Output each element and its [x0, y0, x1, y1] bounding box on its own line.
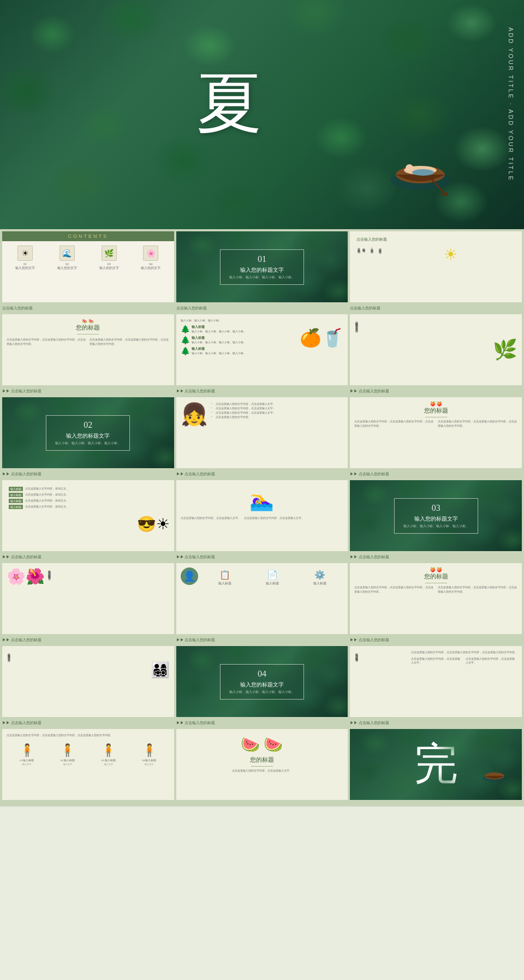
vert-text-1: 标准化管理体系此处添加: [356, 246, 366, 264]
your-title-4: 您的标题: [181, 756, 344, 764]
bullet-2: 点击这里输入您的文字内容，点击这里输入文字。: [211, 406, 344, 410]
input-text-3: 输入小标、输入小标、输入小标、输入小标。: [192, 351, 246, 356]
fruit-deco-2: 🍑 🍑: [354, 402, 517, 407]
section04-number: 04: [229, 669, 295, 679]
svg-point-6: [442, 193, 448, 196]
person-2: 🧍: [60, 743, 75, 757]
contents-header: CONTENTS: [2, 231, 174, 241]
contents-label-1: 01输入您的文字: [15, 262, 35, 271]
label-12: ▶▶ 点击输入您的标题: [350, 553, 522, 561]
person-1: 🧍: [20, 743, 34, 757]
vert-text-6: 此处标准化管理体系输入文字: [7, 650, 11, 689]
label-1: 点击输入您的标题: [2, 304, 174, 312]
contents-icon-3: 🌿: [102, 246, 117, 261]
tag-row-1: 输入标题 点击这里输入文字内容，添加正文。: [9, 487, 168, 491]
bullet-4: 点击这里输入您的文字内容。: [211, 415, 344, 419]
vert-text-4: 此处标准化管理体系输入文字正文内容: [354, 319, 359, 362]
fruit-deco-3: 🍑 🍑: [354, 567, 517, 572]
person-sub-3: 输入文字: [104, 763, 113, 766]
row-labels-2: ▶▶ 点击输入您的标题 ▶▶ 点击输入您的标题 ▶▶ 点击输入您的标题: [0, 387, 524, 395]
row-labels-6: ▶▶ 点击输入您的标题 ▶▶ 点击输入您的标题 ▶▶ 点击输入您的标题: [0, 719, 524, 727]
person-col-4: 🧍 04.输入标题 输入文字: [142, 743, 157, 766]
tag-row-2: 输入标题 点击这里输入文字内容，添加正文。: [9, 493, 168, 497]
icon-item-1: 📋 输入标题: [218, 570, 231, 586]
label-5: ▶▶ 点击输入您的标题: [176, 387, 348, 395]
contents-icon-4: 🌸: [143, 246, 158, 261]
label-6: ▶▶ 点击输入您的标题: [350, 387, 522, 395]
section04-slide: 04 输入您的标题文字 输入小标、输入小标、输入小标、输入小标。: [176, 646, 348, 717]
vert-bullet-slide: 此处添加正文内容标准化管理 点击这里输入您的文字内容，点击这里输入您的文字内容，…: [350, 646, 522, 717]
slides-row-4: 输入标题 点击这里输入文字内容，添加正文。 输入标题 点击这里输入文字内容，添加…: [0, 478, 524, 553]
vert-text-slide-2: 此处标准化管理体系输入文字正文内容 🌿: [350, 314, 522, 385]
watermelon-deco-2: 🍉 🍉: [181, 736, 344, 754]
slides-row-3: 02 输入您的标题文字 输入小标、输入小标、输入小标、输入小标。 👧 点击这里输…: [0, 395, 524, 470]
person-4: 🧍: [142, 743, 157, 757]
contents-label-2: 02输入您的文字: [57, 262, 77, 271]
bullet-3: 点击这里输入您的文字内容，点击这里输入文字。: [211, 410, 344, 415]
tag-text-1: 点击这里输入文字内容，添加正文。: [25, 487, 69, 491]
bullet-fruit-inner: 输入小标、输入小标、输入小标。 🌲 输入标题 输入小标、输入小标、输入小标、输入…: [181, 319, 344, 357]
icon-label-1: 输入标题: [218, 581, 231, 586]
contents-item-4: 🌸 04输入您的文字: [141, 246, 160, 271]
section03-number: 03: [403, 503, 469, 513]
label-16: ▶▶ 点击输入您的标题: [2, 719, 174, 727]
tree-icon-1: 🌲: [181, 325, 190, 334]
sun-illustration: ☀: [444, 246, 457, 264]
section01-slide: 01 输入您的标题文字 输入小标、输入小标、输入小标、输入小标。: [176, 231, 348, 302]
your-title-2: 您的标题: [354, 407, 517, 415]
two-col-vert: 点击这里输入您的文字内容，点击这里输入文字。 点击这里输入您的文字内容，点击这里…: [411, 657, 517, 665]
swim-text-cols: 点击这里输入您的文字内容，点击这里输入文字。 点击这里输入您的文字内容，点击这里…: [181, 516, 344, 521]
slides-row-1: CONTENTS ☀ 01输入您的文字 🌊 02输入您的文字 🌿 03输入您的文…: [0, 229, 524, 304]
row-labels-5: ▶▶ 点击输入您的标题 ▶▶ 点击输入您的标题 ▶▶ 点击输入您的标题: [0, 636, 524, 644]
two-col-text-2: 点击这里输入您的文字内容，点击这里输入您的文字内容，点击这里输入您的文字内容。 …: [354, 420, 517, 428]
section02-sub: 输入小标、输入小标、输入小标、输入小标。: [55, 441, 121, 446]
person-col-3: 🧍 03.输入标题 输入文字: [101, 743, 116, 766]
girl-swim-icon: 🏊‍♀️: [181, 489, 344, 512]
grid-icon-1: 📋: [219, 570, 230, 580]
vert-bullet-text: 点击这里输入您的文字内容，点击这里输入您的文字内容，点击这里输入您的文字内容。: [411, 650, 517, 655]
tag-1: 输入标题: [9, 487, 23, 491]
top-text: 输入小标、输入小标、输入小标。: [181, 319, 297, 323]
cute-girl-slide: 🏊‍♀️ 点击这里输入您的文字内容，点击这里输入文字。 点击这里输入您的文字内容…: [176, 480, 348, 551]
tag-4: 输入标题: [9, 505, 23, 509]
tag-3: 输入标题: [9, 499, 23, 503]
contents-item-1: ☀ 01输入您的文字: [15, 246, 35, 271]
grid-icon-3: ⚙️: [314, 570, 325, 580]
row-labels-3: ▶▶ 点击输入您的标题 ▶▶ 点击输入您的标题 ▶▶ 点击输入您的标题: [0, 470, 524, 478]
tree-icon-2: 🌲: [181, 336, 190, 345]
person-circle: 👤: [181, 567, 198, 585]
contents-items: ☀ 01输入您的文字 🌊 02输入您的文字 🌿 03输入您的文字 🌸 04输入您…: [2, 241, 174, 275]
section04-sub: 输入小标、输入小标、输入小标、输入小标。: [229, 690, 295, 695]
tag-row-3: 输入标题 点击这里输入文字内容，添加正文。: [9, 499, 168, 503]
hero-side-text: ADD YOUR TITLE · ADD YOUR TITLE: [508, 27, 514, 182]
hero-slide: 夏 ADD YOUR TITLE · ADD YOUR TITLE: [0, 0, 524, 229]
person-label-2: 02.输入标题: [61, 758, 75, 762]
your-title-slide-3: 🍑 🍑 您的标题 点击这里输入您的文字内容，点击这里输入您的文字内容，点击这里输…: [350, 563, 522, 634]
vert-text-2: 正文内容输入: [370, 246, 374, 264]
person-label-3: 03.输入标题: [102, 758, 116, 762]
text-block-2: 点击这里输入您的文字内容，点击这里输入您的文字内容，点击这里输入您的文字内容。: [90, 338, 169, 346]
watermelon-title-slide: 🍉 🍉 您的标题 点击这里输入您的文字内容，点击这里输入文字。: [176, 729, 348, 800]
section03-title: 输入您的标题文字: [403, 515, 469, 523]
hero-char: 夏: [196, 59, 262, 148]
your-title-1: 您的标题: [7, 324, 170, 332]
text-block-5: 点击这里输入您的文字内容，点击这里输入您的文字内容，点击这里输入您的文字内容。: [354, 585, 434, 594]
bullet-fruit-slide: 输入小标、输入小标、输入小标。 🌲 输入标题 输入小标、输入小标、输入小标、输入…: [176, 314, 348, 385]
people-illustration: 👨‍👩‍👧‍👦: [151, 661, 170, 679]
end-boat: [478, 745, 511, 789]
label-4: ▶▶ 点击输入您的标题: [2, 387, 174, 395]
people-text-slide: 点击这里输入您的文字内容，点击这里输入您的文字内容，点击这里输入您的文字内容。 …: [2, 729, 174, 800]
person-sub-4: 输入文字: [145, 763, 153, 766]
tag-list-slide: 输入标题 点击这里输入文字内容，添加正文。 输入标题 点击这里输入文字内容，添加…: [2, 480, 174, 551]
section02-slide: 02 输入您的标题文字 输入小标、输入小标、输入小标、输入小标。: [2, 397, 174, 468]
bullet-1: 点击这里输入您的文字内容，点击这里输入文字。: [211, 402, 344, 406]
person-label-1: 01.输入标题: [20, 758, 34, 762]
label-17: ▶▶ 点击输入您的标题: [176, 719, 348, 727]
label-8: ▶▶ 点击输入您的标题: [176, 470, 348, 478]
input-text-2: 输入小标、输入小标、输入小标、输入小标。: [192, 340, 246, 345]
section01-sub: 输入小标、输入小标、输入小标、输入小标。: [229, 275, 295, 280]
section04-box: 04 输入您的标题文字 输入小标、输入小标、输入小标、输入小标。: [220, 664, 304, 700]
input-label-1: 输入标题: [192, 325, 246, 330]
girl-bullet-inner: 👧 点击这里输入您的文字内容，点击这里输入文字。 点击这里输入您的文字内容，点击…: [181, 402, 344, 427]
person-3: 🧍: [101, 743, 116, 757]
